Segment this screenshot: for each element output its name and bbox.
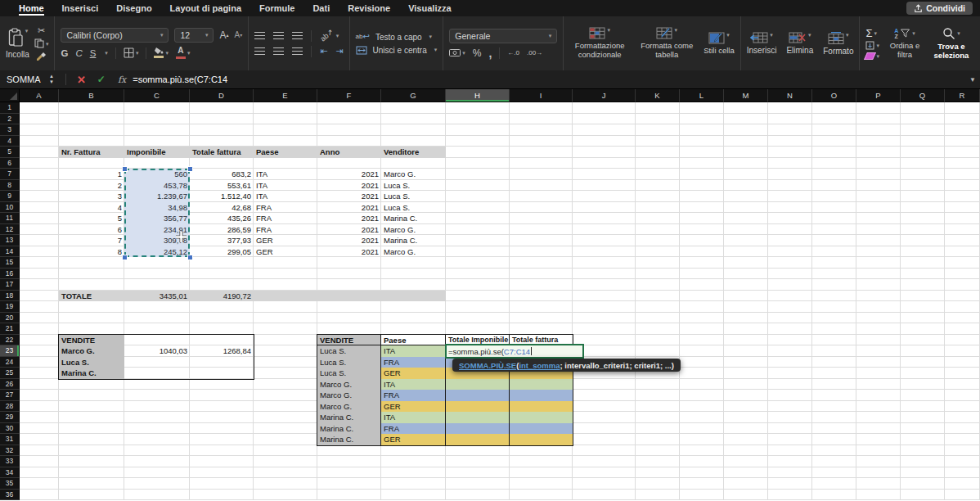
name-box-stepper-icon[interactable]: ▲▼ xyxy=(49,74,54,84)
summary-right-seller[interactable]: Marco G. xyxy=(317,401,381,413)
row-header-25[interactable]: 25 xyxy=(0,368,20,379)
invoice-cell[interactable]: 299,05 xyxy=(190,246,254,258)
paste-button[interactable]: ▾ Incolla xyxy=(6,28,29,59)
tab-disegno[interactable]: Disegno xyxy=(107,1,160,16)
tab-dati[interactable]: Dati xyxy=(303,1,339,16)
cell-styles-button[interactable]: ▾ Stili cella xyxy=(704,32,735,56)
row-header-36[interactable]: 36 xyxy=(0,490,20,501)
summary-left-imponibile[interactable]: 1040,03 xyxy=(124,345,190,357)
selection-handle[interactable] xyxy=(122,166,128,172)
invoice-cell[interactable]: 2021 xyxy=(317,191,381,202)
cell-editor[interactable]: =somma.più.se(C7:C14 xyxy=(445,344,584,359)
worksheet-grid[interactable]: =somma.più.se(C7:C14 SOMMA.PIÙ.SE(int_so… xyxy=(0,88,980,501)
copy-icon[interactable]: ▾ xyxy=(34,38,49,48)
summary-left-name[interactable]: Marina C. xyxy=(59,368,124,379)
summary-right-seller[interactable]: Luca S. xyxy=(317,368,381,379)
invoice-cell[interactable]: GER xyxy=(254,235,317,246)
total-imponibile[interactable]: 3435,01 xyxy=(124,291,190,302)
merge-center-button[interactable]: Unisci e centra ▾ xyxy=(356,46,438,55)
invoice-cell[interactable]: 2021 xyxy=(317,180,381,192)
clear-icon[interactable]: ▾ xyxy=(865,52,879,60)
font-size-select[interactable]: 12 ▾ xyxy=(174,28,214,43)
row-header-32[interactable]: 32 xyxy=(0,445,20,457)
row-header-7[interactable]: 7 xyxy=(0,169,20,180)
function-arg-link[interactable]: int_somma xyxy=(519,361,560,370)
tab-formule[interactable]: Formule xyxy=(250,1,303,16)
invoice-cell[interactable]: FRA xyxy=(254,202,317,214)
tab-layout-di-pagina[interactable]: Layout di pagina xyxy=(161,1,250,16)
invoice-cell[interactable]: 2021 xyxy=(317,202,381,214)
underline-button[interactable]: S xyxy=(90,48,97,58)
invoice-cell[interactable]: 6 xyxy=(59,224,124,236)
summary-right-country[interactable]: GER xyxy=(381,401,446,413)
row-header-16[interactable]: 16 xyxy=(0,269,20,280)
invoice-cell[interactable]: Marco G. xyxy=(381,246,446,258)
column-header-d[interactable]: D xyxy=(190,88,254,102)
align-bottom-icon[interactable] xyxy=(292,32,303,39)
summary-right-seller[interactable]: Marina C. xyxy=(317,412,381,423)
column-header-k[interactable]: K xyxy=(636,88,680,102)
row-header-19[interactable]: 19 xyxy=(0,301,20,313)
format-painter-icon[interactable] xyxy=(36,52,47,61)
invoice-cell[interactable]: 7 xyxy=(59,235,124,246)
borders-icon[interactable]: ▾ xyxy=(124,47,139,58)
row-header-4[interactable]: 4 xyxy=(0,136,20,147)
summary-left-fattura[interactable]: 1268,84 xyxy=(190,345,254,357)
align-center-icon[interactable] xyxy=(273,47,284,55)
column-header-j[interactable]: J xyxy=(573,88,636,102)
invoice-cell[interactable]: ITA xyxy=(254,180,317,192)
row-header-29[interactable]: 29 xyxy=(0,412,20,423)
insert-cells-button[interactable]: ▾ Inserisci xyxy=(747,32,777,55)
summary-right-seller[interactable]: Marina C. xyxy=(317,423,381,435)
column-header-o[interactable]: O xyxy=(812,88,856,102)
summary-right-country[interactable]: GER xyxy=(381,434,446,445)
column-header-h[interactable]: H xyxy=(446,88,510,102)
selection-handle[interactable] xyxy=(187,255,193,260)
row-header-9[interactable]: 9 xyxy=(0,191,20,202)
invoice-cell[interactable]: 377,93 xyxy=(190,235,254,246)
summary-right-country[interactable]: GER xyxy=(381,368,446,379)
summary-right-header[interactable]: Paese xyxy=(381,335,446,346)
column-header-a[interactable]: A xyxy=(20,88,59,102)
enter-button[interactable]: ✓ xyxy=(92,74,111,85)
invoice-cell[interactable]: 2 xyxy=(59,180,124,192)
formula-input[interactable]: =somma.più.se(C7:C14 xyxy=(133,74,227,84)
row-header-20[interactable]: 20 xyxy=(0,313,20,324)
column-header-g[interactable]: G xyxy=(381,88,446,102)
number-format-select[interactable]: Generale ▾ xyxy=(449,29,557,43)
invoice-cell[interactable]: Marco G. xyxy=(381,169,446,180)
indent-increase-icon[interactable]: ⇥ xyxy=(335,47,343,56)
invoice-cell[interactable]: Marina C. xyxy=(381,235,446,246)
row-header-14[interactable]: 14 xyxy=(0,246,20,258)
column-header-l[interactable]: L xyxy=(680,88,724,102)
invoice-header[interactable]: Totale fattura xyxy=(190,147,254,158)
decimal-increase-icon[interactable]: ←.0 xyxy=(507,49,519,56)
row-header-21[interactable]: 21 xyxy=(0,323,20,335)
tab-inserisci[interactable]: Inserisci xyxy=(53,1,108,16)
invoice-cell[interactable]: Luca S. xyxy=(381,191,446,202)
column-header-f[interactable]: F xyxy=(317,88,381,102)
column-header-q[interactable]: Q xyxy=(901,88,945,102)
row-header-31[interactable]: 31 xyxy=(0,434,20,445)
invoice-cell[interactable]: FRA xyxy=(254,213,317,224)
function-name-link[interactable]: SOMMA.PIÙ.SE xyxy=(459,361,516,370)
align-top-icon[interactable] xyxy=(254,32,265,39)
invoice-header[interactable]: Anno xyxy=(317,147,381,158)
total-label[interactable]: TOTALE xyxy=(59,291,124,302)
row-header-28[interactable]: 28 xyxy=(0,401,20,413)
summary-right-seller[interactable]: Luca S. xyxy=(317,357,381,368)
row-header-8[interactable]: 8 xyxy=(0,180,20,192)
invoice-header[interactable]: Paese xyxy=(254,147,317,158)
row-header-34[interactable]: 34 xyxy=(0,467,20,479)
summary-right-title[interactable]: VENDITE xyxy=(317,335,381,346)
invoice-cell[interactable]: FRA xyxy=(254,224,317,236)
formula-bar-expand-icon[interactable]: ▼ xyxy=(969,76,976,84)
summary-right-country[interactable]: ITA xyxy=(381,345,446,357)
bold-button[interactable]: G xyxy=(61,48,68,58)
invoice-cell[interactable]: 2021 xyxy=(317,235,381,246)
invoice-cell[interactable]: 286,59 xyxy=(190,224,254,236)
total-fattura[interactable]: 4190,72 xyxy=(190,291,254,302)
select-all-corner[interactable] xyxy=(0,88,20,102)
invoice-cell[interactable]: 42,68 xyxy=(190,202,254,214)
invoice-cell[interactable]: 3 xyxy=(59,191,124,202)
